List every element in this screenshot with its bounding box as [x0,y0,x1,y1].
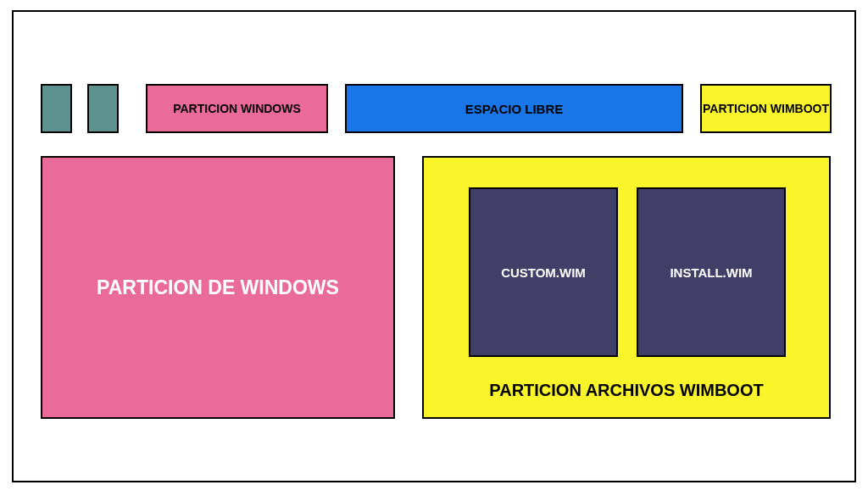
diagram-frame: PARTICION WINDOWS ESPACIO LIBRE PARTICIO… [12,10,856,482]
partition-windows-top: PARTICION WINDOWS [146,84,328,133]
free-space-label: ESPACIO LIBRE [465,102,564,116]
free-space-block: ESPACIO LIBRE [345,84,683,133]
install-wim-label: INSTALL.WIM [670,265,752,280]
partition-wimboot-detail: CUSTOM.WIM INSTALL.WIM PARTICION ARCHIVO… [422,156,831,419]
custom-wim-label: CUSTOM.WIM [501,265,586,280]
custom-wim-file: CUSTOM.WIM [469,187,618,357]
partition-windows-top-label: PARTICION WINDOWS [173,102,301,115]
reserved-partition-2 [87,84,119,133]
install-wim-file: INSTALL.WIM [637,187,786,357]
partition-windows-detail: PARTICION DE WINDOWS [41,156,395,419]
partition-wimboot-top-label: PARTICION WIMBOOT [703,102,829,115]
detail-row: PARTICION DE WINDOWS CUSTOM.WIM INSTALL.… [41,156,831,419]
partition-windows-detail-label: PARTICION DE WINDOWS [97,276,339,299]
disk-layout-row: PARTICION WINDOWS ESPACIO LIBRE PARTICIO… [41,84,832,133]
partition-wimboot-top: PARTICION WIMBOOT [700,84,832,133]
partition-wimboot-detail-label: PARTICION ARCHIVOS WIMBOOT [424,381,829,400]
wim-files-container: CUSTOM.WIM INSTALL.WIM [469,187,786,357]
reserved-partition-1 [41,84,72,133]
